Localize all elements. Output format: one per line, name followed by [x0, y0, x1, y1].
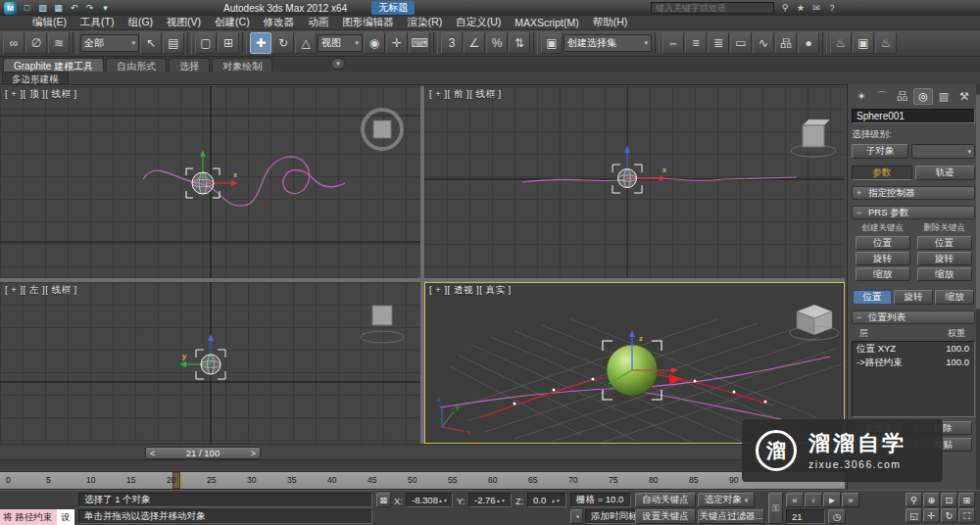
- 3ds-max-logo-icon[interactable]: M: [4, 2, 17, 15]
- position-list-row[interactable]: ->路径约束100.0: [853, 356, 974, 369]
- rendered-frame-icon[interactable]: ▣: [853, 32, 874, 54]
- play-animation-button[interactable]: ►: [823, 493, 841, 507]
- material-editor-icon[interactable]: ●: [798, 32, 819, 54]
- sphere-wireframe[interactable]: [192, 172, 214, 194]
- save-file-icon[interactable]: ▦: [51, 2, 66, 15]
- viewport-perspective-label[interactable]: [ + ][ 透视 ][ 真实 ]: [429, 284, 512, 297]
- trackbar-ruler[interactable]: 051015202530354045505560657075808590: [0, 472, 845, 490]
- rotation-tab[interactable]: 旋转: [894, 290, 933, 305]
- trajectories-tab-button[interactable]: 轨迹: [915, 166, 976, 180]
- create-key-button[interactable]: 位置: [856, 236, 910, 250]
- select-and-scale-icon[interactable]: △: [295, 32, 317, 54]
- redo-icon[interactable]: ↷: [82, 2, 97, 15]
- ribbon-toggle-icon[interactable]: ▭: [730, 32, 752, 54]
- menu-modifiers[interactable]: 修改器: [257, 16, 302, 29]
- use-pivot-point-icon[interactable]: ◉: [364, 32, 385, 54]
- mirror-icon[interactable]: ⇔: [662, 32, 684, 54]
- align-icon[interactable]: ≡: [685, 32, 707, 54]
- maxscript-listener-script[interactable]: 设: [57, 509, 74, 525]
- select-object-icon[interactable]: ↖: [140, 32, 162, 54]
- menu-rendering[interactable]: 渲染(R): [401, 16, 450, 29]
- delete-key-button[interactable]: 缩放: [917, 267, 972, 281]
- window-crossing-icon[interactable]: ⊞: [218, 32, 239, 54]
- tab-hierarchy[interactable]: 品: [893, 88, 912, 105]
- track-bar[interactable]: 051015202530354045505560657075808590: [0, 460, 845, 490]
- time-slider-handle[interactable]: < 21 / 100 >: [145, 447, 261, 459]
- render-setup-icon[interactable]: ♨: [830, 32, 852, 54]
- y-coordinate-field[interactable]: -2.76▲▼: [468, 493, 512, 507]
- scale-tab[interactable]: 缩放: [935, 290, 974, 305]
- bind-to-space-warp-icon[interactable]: ≋: [48, 32, 70, 54]
- ribbon-overflow-dropdown-icon[interactable]: ▾: [331, 58, 345, 70]
- zoom-extents-icon[interactable]: ⊡: [941, 493, 957, 507]
- viewport-front-label[interactable]: [ + ][ 前 ][ 线框 ]: [429, 88, 502, 101]
- position-list-rollout[interactable]: − 位置列表: [852, 310, 975, 324]
- tab-display[interactable]: ▥: [934, 88, 954, 105]
- viewport-left[interactable]: [ + ][ 左 ][ 线框 ] y: [0, 282, 420, 444]
- ribbon-tab-selection[interactable]: 选择: [169, 58, 210, 72]
- previous-frame-button[interactable]: ‹: [805, 493, 822, 507]
- named-selection-sets-dropdown[interactable]: 创建选择集▾: [564, 34, 652, 52]
- new-scene-icon[interactable]: □: [20, 2, 34, 15]
- sphere-wireframe[interactable]: [201, 355, 220, 374]
- render-production-icon[interactable]: ♨: [875, 32, 897, 54]
- viewcube[interactable]: [790, 305, 839, 340]
- next-frame-arrow[interactable]: >: [251, 449, 256, 458]
- select-and-manipulate-icon[interactable]: ✛: [386, 32, 408, 54]
- menu-maxscript[interactable]: MAXScript(M): [508, 17, 585, 28]
- project-dropdown-icon[interactable]: ▾: [98, 2, 113, 15]
- go-to-end-button[interactable]: »: [842, 493, 859, 507]
- percent-snap-icon[interactable]: %: [486, 32, 508, 54]
- current-frame-field[interactable]: [786, 509, 825, 524]
- auto-key-button[interactable]: 自动关键点: [635, 493, 696, 507]
- ribbon-tab-freeform[interactable]: 自由形式: [106, 58, 167, 72]
- x-coordinate-field[interactable]: -8.308▲▼: [406, 493, 453, 507]
- viewcube[interactable]: [791, 119, 836, 157]
- schematic-view-icon[interactable]: 品: [775, 32, 797, 54]
- create-key-button[interactable]: 旋转: [856, 252, 910, 265]
- tab-create[interactable]: ✶: [852, 88, 871, 105]
- tab-utilities[interactable]: ⚒: [955, 88, 974, 105]
- snaps-toggle-icon[interactable]: 3: [441, 32, 463, 54]
- select-by-name-icon[interactable]: ▤: [163, 32, 184, 54]
- viewport-left-label[interactable]: [ + ][ 左 ][ 线框 ]: [5, 284, 77, 297]
- undo-icon[interactable]: ↶: [67, 2, 81, 15]
- previous-frame-arrow[interactable]: <: [150, 449, 155, 458]
- viewcube[interactable]: [361, 306, 404, 343]
- curve-editor-icon[interactable]: ∿: [753, 32, 774, 54]
- viewport-front[interactable]: [ + ][ 前 ][ 线框 ] x: [424, 86, 845, 278]
- maximize-viewport-toggle-icon[interactable]: ⛶: [958, 508, 975, 523]
- infocenter-search-input[interactable]: [651, 2, 774, 14]
- set-keys-key-button[interactable]: ⚿: [768, 493, 783, 524]
- search-button-icon[interactable]: ⚲: [778, 2, 792, 15]
- zoom-region-icon[interactable]: ◱: [906, 508, 922, 523]
- selection-lock-toggle[interactable]: ⊠: [376, 493, 391, 507]
- menu-customize[interactable]: 自定义(U): [449, 16, 508, 29]
- menu-group[interactable]: 组(G): [121, 16, 160, 29]
- unlink-selection-icon[interactable]: ∅: [25, 32, 47, 54]
- angle-snap-icon[interactable]: ∠: [464, 32, 485, 54]
- menu-animation[interactable]: 动画: [301, 16, 335, 29]
- keyboard-override-icon[interactable]: ⌨: [409, 32, 430, 54]
- ribbon-tab-graphite[interactable]: Graphite 建模工具: [3, 58, 104, 72]
- rectangular-selection-region-icon[interactable]: ▢: [195, 32, 217, 54]
- subobject-level-dropdown[interactable]: ▾: [911, 144, 975, 159]
- menu-graph-editors[interactable]: 图形编辑器: [335, 16, 401, 29]
- spinner-snap-icon[interactable]: ⇅: [509, 32, 530, 54]
- position-xyz-tab[interactable]: 位置: [853, 290, 892, 305]
- maxscript-mini-listener[interactable]: 将 路径约束: [0, 509, 57, 525]
- key-mode-dropdown[interactable]: 选定对象▾: [698, 493, 755, 507]
- command-panel-scrollbar[interactable]: [976, 84, 980, 490]
- delete-key-button[interactable]: 位置: [917, 236, 972, 250]
- set-key-button[interactable]: 设置关键点: [635, 509, 696, 524]
- z-coordinate-field[interactable]: 0.0▲▼: [527, 493, 566, 507]
- path-constraint-spline[interactable]: [143, 157, 345, 206]
- ribbon-tab-object-paint[interactable]: 对象绘制: [212, 58, 272, 72]
- viewport-top[interactable]: [ + ][ 顶 ][ 线框 ] x: [0, 86, 420, 278]
- prs-parameters-rollout[interactable]: − PRS 参数: [852, 206, 975, 219]
- open-file-icon[interactable]: ▧: [35, 2, 50, 15]
- zoom-icon[interactable]: ⚲: [906, 493, 922, 507]
- pan-icon[interactable]: ✛: [923, 508, 940, 523]
- menu-help[interactable]: 帮助(H): [586, 16, 635, 29]
- parameters-tab-button[interactable]: 参数: [852, 166, 912, 180]
